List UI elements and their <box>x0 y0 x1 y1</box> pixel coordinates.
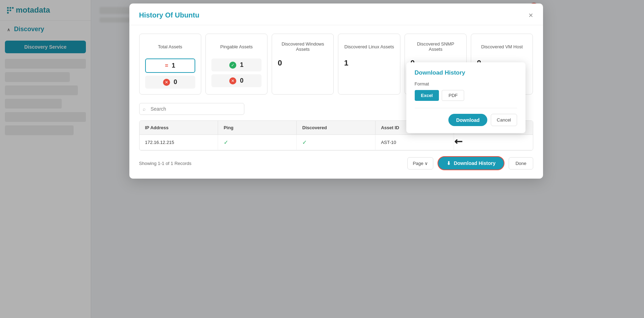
cell-ip: 172.16.12.215 <box>140 135 218 150</box>
total-assets-title: Total Assets <box>145 40 195 54</box>
modal-title: History Of Ubuntu <box>139 11 199 19</box>
page-button[interactable]: Page ∨ <box>407 157 433 170</box>
discovered-check-icon: ✓ <box>302 139 307 146</box>
cell-discovered: ✓ <box>297 135 375 150</box>
popup-cancel-button[interactable]: Cancel <box>491 114 517 126</box>
ping-check-icon: ✓ <box>224 139 228 146</box>
excel-format-button[interactable]: Excel <box>415 90 439 101</box>
table-footer: Showing 1-1 of 1 Records Page ∨ ⬇ Downlo… <box>139 151 533 170</box>
linux-assets-count: 1 <box>344 58 394 68</box>
modal-overlay: History Of Ubuntu × Total Assets = 1 ✕ <box>0 0 644 318</box>
total-assets-equal-row: = 1 <box>145 58 195 73</box>
cell-asset-id: AST-10 <box>375 135 454 150</box>
pingable-assets-title: Pingable Assets <box>211 40 262 54</box>
records-count: Showing 1-1 of 1 Records <box>139 161 192 166</box>
total-assets-equal-count: 1 <box>172 62 175 69</box>
pingable-assets-values: ✓ 1 ✕ 0 <box>211 58 262 87</box>
windows-assets-title: Discovered Windows Assets <box>278 40 328 54</box>
search-icon: ⌕ <box>143 106 145 112</box>
search-wrapper: ⌕ <box>139 103 244 115</box>
cell-error <box>454 135 533 150</box>
windows-assets-count: 0 <box>278 58 328 68</box>
popup-download-button[interactable]: Download <box>448 114 487 126</box>
check-circle-icon: ✓ <box>229 62 236 69</box>
popup-divider <box>415 108 517 108</box>
pingable-check-row: ✓ 1 <box>211 58 262 71</box>
format-buttons: Excel PDF <box>415 90 517 101</box>
footer-buttons: Page ∨ ⬇ Download History Done <box>407 156 533 170</box>
modal-header: History Of Ubuntu × <box>129 4 543 25</box>
windows-assets-card: Discovered Windows Assets 0 <box>272 34 334 95</box>
cell-ping: ✓ <box>218 135 297 150</box>
modal-close-button[interactable]: × <box>529 12 533 19</box>
linux-assets-title: Discovered Linux Assets <box>344 40 394 54</box>
pingable-x-row: ✕ 0 <box>211 74 262 87</box>
vm-host-title: Discovered VM Host <box>477 40 527 54</box>
total-assets-card: Total Assets = 1 ✕ 0 <box>139 34 201 95</box>
col-ping: Ping <box>218 121 297 134</box>
pdf-format-button[interactable]: PDF <box>442 90 464 101</box>
col-discovered: Discovered <box>297 121 375 134</box>
popup-title: Download History <box>415 69 517 76</box>
pingable-x-count: 0 <box>240 77 243 84</box>
total-assets-values: = 1 ✕ 0 <box>145 58 195 89</box>
total-assets-x-count: 0 <box>174 78 177 86</box>
popup-actions: Download Cancel <box>415 114 517 126</box>
pingable-check-count: 1 <box>240 61 243 69</box>
pingable-x-icon: ✕ <box>229 77 236 84</box>
equal-icon: = <box>165 63 168 69</box>
download-icon: ⬇ <box>447 160 451 166</box>
total-assets-x-row: ✕ 0 <box>145 76 195 89</box>
col-ip: IP Address <box>140 121 218 134</box>
pingable-assets-card: Pingable Assets ✓ 1 ✕ 0 <box>205 34 267 95</box>
table-row: 172.16.12.215 ✓ ✓ AST-10 <box>140 135 533 150</box>
search-input[interactable] <box>139 103 244 115</box>
snmp-assets-title: Discovered SNMP Assets <box>411 40 461 54</box>
linux-assets-card: Discovered Linux Assets 1 <box>338 34 400 95</box>
download-history-button[interactable]: ⬇ Download History <box>438 156 504 170</box>
download-history-popup: Download History Format Excel PDF Downlo… <box>406 62 526 133</box>
history-modal: History Of Ubuntu × Total Assets = 1 ✕ <box>129 4 543 179</box>
done-button[interactable]: Done <box>509 157 533 170</box>
x-circle-icon: ✕ <box>163 79 170 86</box>
format-label: Format <box>415 81 517 87</box>
